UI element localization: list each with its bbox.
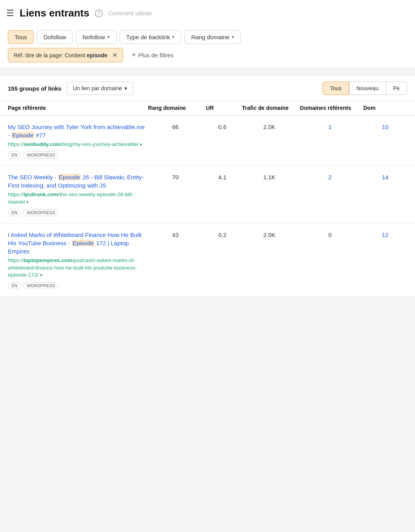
chip-close-icon[interactable]: ✕: [112, 51, 117, 59]
more-filters-button[interactable]: + Plus de filtres: [126, 48, 179, 62]
page-title: Liens entrants: [20, 7, 89, 19]
page-ref-cell: My SEO Journey with Tyler York from achi…: [8, 123, 145, 159]
tag-wordpress: WORDPRESS: [23, 209, 58, 216]
tag-wordpress: WORDPRESS: [23, 282, 58, 289]
page-title-link[interactable]: My SEO Journey with Tyler York from achi…: [8, 123, 145, 139]
tab-tous[interactable]: Tous: [322, 82, 349, 95]
arrow-icon: ▾: [232, 35, 234, 40]
page-header: ☰ Liens entrants ? Comment utiliser: [0, 0, 415, 25]
page-ref-cell: I Asked Marko of Whiteboard Finance How …: [8, 231, 145, 290]
page-title-link[interactable]: I Asked Marko of Whiteboard Finance How …: [8, 231, 145, 255]
highlight-episode: Episode: [11, 132, 34, 138]
rang-domaine-cell: 70: [148, 173, 203, 180]
table-row: My SEO Journey with Tyler York from achi…: [0, 116, 415, 166]
col-header-rang_domaine: Rang domaine: [148, 105, 203, 111]
trafic-cell: 2.0K: [242, 231, 297, 238]
chip-text: Réf. titre de la page: Contient episode: [14, 52, 107, 58]
page-url[interactable]: https://ipullrank.com/the-seo-weekly-epi…: [8, 191, 145, 206]
url-expand-icon[interactable]: ▾: [26, 199, 29, 205]
table-body: My SEO Journey with Tyler York from achi…: [0, 116, 415, 297]
col-header-ur: UR: [206, 105, 239, 111]
domain-select[interactable]: Un lien par domaine ▾: [67, 82, 133, 95]
page-title-link[interactable]: The SEO Weekly - Episode 26 - Bill Slaws…: [8, 173, 145, 189]
dom-cell[interactable]: 14: [363, 173, 407, 180]
rang-domaine-cell: 66: [148, 123, 203, 130]
trafic-cell: 1.1K: [242, 173, 297, 180]
domain-select-label: Un lien par domaine: [73, 85, 122, 91]
ur-cell: 0.6: [206, 123, 239, 130]
results-bar: 155 groups of links Un lien par domaine …: [0, 76, 415, 101]
url-expand-icon[interactable]: ▾: [140, 142, 142, 148]
filter-row-1: TousDofollowNofollow ▾Type de backlink ▾…: [8, 30, 407, 44]
domaines-cell[interactable]: 1: [300, 123, 360, 130]
tag-row: ENWORDPRESS: [8, 282, 145, 289]
col-header-domaines_referents: Domaines référents: [300, 105, 360, 111]
ur-cell: 0.2: [206, 231, 239, 238]
trafic-cell: 2.0K: [242, 123, 297, 130]
arrow-icon: ▾: [172, 35, 175, 40]
tag-row: ENWORDPRESS: [8, 151, 145, 159]
tag-en: EN: [8, 209, 21, 216]
filter-btn-dofollow[interactable]: Dofollow: [37, 30, 73, 44]
tag-row: ENWORDPRESS: [8, 209, 145, 216]
ur-cell: 4.1: [206, 173, 239, 180]
filter-btn-type_backlink[interactable]: Type de backlink ▾: [120, 30, 182, 44]
url-expand-icon[interactable]: ▾: [40, 272, 42, 278]
domaines-cell: 0: [300, 231, 360, 238]
more-filters-label: Plus de filtres: [138, 52, 173, 58]
tag-en: EN: [8, 151, 21, 159]
filter-btn-rang_domaine[interactable]: Rang domaine ▾: [184, 30, 241, 44]
arrow-icon: ▾: [107, 35, 110, 40]
dom-cell[interactable]: 10: [363, 123, 407, 130]
page-ref-cell: The SEO Weekly - Episode 26 - Bill Slaws…: [8, 173, 145, 216]
col-header-page_referente: Page référente: [8, 105, 145, 111]
filter-btn-tous[interactable]: Tous: [8, 30, 34, 44]
page-url[interactable]: https://seobuddy.com/blog/my-seo-journey…: [8, 141, 145, 148]
highlight-episode: Episode: [58, 174, 81, 180]
page-url[interactable]: https://laptopempires.com/podcast/i-aske…: [8, 257, 145, 279]
col-header-dom: Dom: [363, 105, 407, 111]
filter-bar: TousDofollowNofollow ▾Type de backlink ▾…: [0, 25, 415, 68]
col-header-trafic_domaine: Trafic de domaine: [242, 105, 297, 111]
table-row: The SEO Weekly - Episode 26 - Bill Slaws…: [0, 166, 415, 224]
hamburger-icon[interactable]: ☰: [6, 8, 14, 18]
filter-btn-nofollow[interactable]: Nofollow ▾: [76, 30, 116, 44]
highlight-episode: Episode: [72, 240, 95, 246]
active-filter-chip: Réf. titre de la page: Contient episode …: [8, 48, 123, 62]
tag-en: EN: [8, 282, 21, 289]
tab-nouveau[interactable]: Nouveau: [349, 82, 386, 95]
how-to-link[interactable]: Comment utiliser: [108, 10, 153, 16]
filter-row-2: Réf. titre de la page: Contient episode …: [8, 48, 407, 62]
results-count: 155 groups of links: [8, 85, 62, 92]
tab-perdu[interactable]: Pe: [386, 82, 407, 95]
domain-select-arrow: ▾: [124, 85, 127, 91]
tag-wordpress: WORDPRESS: [23, 151, 58, 159]
tab-group: TousNouveauPe: [322, 82, 407, 95]
domaines-cell[interactable]: 2: [300, 173, 360, 180]
table-row: I Asked Marko of Whiteboard Finance How …: [0, 224, 415, 297]
table-header: Page référenteRang domaineURTrafic de do…: [0, 101, 415, 116]
dom-cell[interactable]: 12: [363, 231, 407, 238]
rang-domaine-cell: 43: [148, 231, 203, 238]
help-icon[interactable]: ?: [95, 9, 103, 17]
